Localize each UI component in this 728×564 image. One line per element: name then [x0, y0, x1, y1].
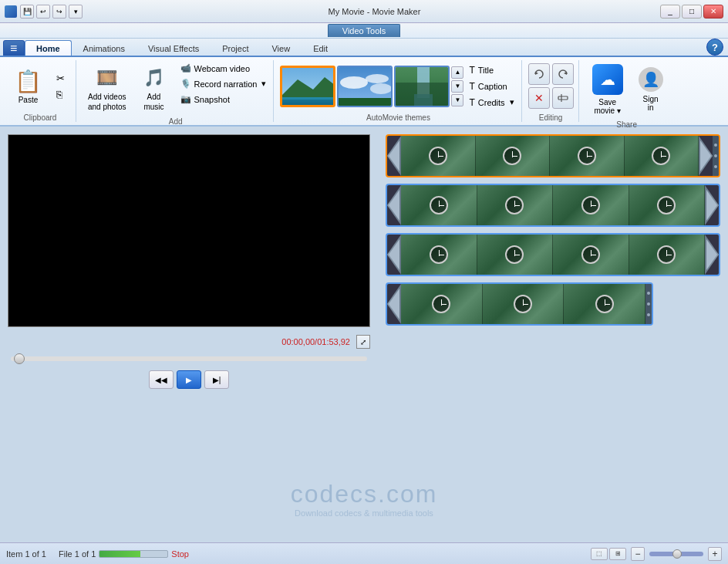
credits-dropdown[interactable]: ▾: [510, 97, 514, 107]
theme-scroll-up[interactable]: ▲: [451, 66, 463, 79]
zoom-out-button[interactable]: −: [631, 547, 645, 561]
svg-marker-19: [389, 190, 399, 221]
svg-marker-20: [706, 190, 717, 221]
svg-rect-15: [558, 96, 568, 100]
strip-frames-3: [401, 235, 705, 275]
tab-visual-effects[interactable]: Visual Effects: [136, 40, 211, 56]
mic-icon: 🎙️: [180, 79, 191, 89]
sign-in-label: Signin: [643, 95, 659, 112]
zoom-thumb[interactable]: [672, 549, 682, 559]
strip-clock-2b: [505, 196, 524, 214]
zoom-in-button[interactable]: +: [708, 547, 722, 561]
minimize-btn[interactable]: _: [660, 5, 680, 19]
record-narration-dropdown[interactable]: ▾: [261, 79, 266, 89]
strip-frames-2: [401, 185, 705, 225]
progress-bar-fill: [99, 551, 140, 557]
seek-bar[interactable]: [11, 356, 367, 361]
strip-arrow-right-2: [705, 185, 719, 225]
theme-scroll-buttons: ▲ ▼ ▼: [451, 66, 463, 106]
add-group-content: 🎞️ Add videosand photos 🎵 Addmusic 📹 Web…: [83, 60, 268, 116]
snapshot-button[interactable]: 📷 Snapshot: [178, 93, 269, 106]
strip-frame-2a: [401, 185, 477, 225]
strip-frames-1: [401, 136, 699, 176]
item-count-status: Item 1 of 1: [6, 549, 46, 559]
share-group-content: ☁ Savemovie ▾ 👤 Signin: [585, 60, 669, 119]
rotate-right-button[interactable]: [552, 63, 574, 85]
strip-clock-2c: [581, 196, 600, 214]
tab-animations[interactable]: Animations: [72, 40, 136, 56]
ribbon-tab-home-menu[interactable]: ≡: [3, 40, 25, 56]
webcam-video-button[interactable]: 📹 Webcam video: [178, 62, 269, 75]
theme-item-3[interactable]: [394, 66, 450, 107]
text-overlay-buttons: T Title T Caption T Credits ▾: [467, 63, 516, 110]
save-qa-btn[interactable]: 💾: [20, 5, 34, 19]
redo-qa-btn[interactable]: ↪: [52, 5, 66, 19]
add-music-button[interactable]: 🎵 Addmusic: [135, 60, 174, 116]
caption-button[interactable]: T Caption: [467, 79, 516, 93]
zoom-slider[interactable]: [649, 552, 703, 556]
timeline-strip-1[interactable]: [386, 134, 720, 177]
dropdown-qa-btn[interactable]: ▾: [69, 5, 83, 19]
undo-qa-btn[interactable]: ↩: [36, 5, 50, 19]
tab-edit[interactable]: Edit: [302, 40, 339, 56]
theme-scroll-more[interactable]: ▼: [451, 94, 463, 106]
theme-3-preview: [396, 67, 450, 107]
timeline-strip-4[interactable]: [386, 282, 653, 326]
monitor-btn-2[interactable]: ⊞: [609, 548, 626, 560]
timeline-stack: [386, 134, 720, 326]
stop-button[interactable]: Stop: [171, 549, 189, 559]
record-narration-button[interactable]: 🎙️ Record narration ▾: [178, 77, 269, 90]
rotate-left-button[interactable]: [528, 63, 550, 85]
add-videos-label: Add videosand photos: [88, 92, 126, 112]
seek-bar-container: [8, 356, 370, 361]
expand-preview-button[interactable]: ⤢: [356, 335, 370, 349]
editing-group: ✕ Editing: [524, 60, 579, 122]
rotate-left-icon: [533, 68, 545, 80]
timeline-strip-2[interactable]: [386, 184, 720, 227]
credits-button[interactable]: T Credits ▾: [467, 96, 516, 110]
snapshot-icon: 📷: [180, 94, 191, 104]
video-preview[interactable]: [8, 134, 370, 327]
add-videos-button[interactable]: 🎞️ Add videosand photos: [83, 60, 132, 116]
cut-button[interactable]: ✂: [53, 71, 68, 86]
maximize-btn[interactable]: □: [682, 5, 702, 19]
rewind-button[interactable]: ◀◀: [149, 370, 174, 389]
strip-dots-4: [645, 284, 652, 324]
save-movie-button[interactable]: ☁ Savemovie ▾: [585, 60, 630, 119]
strip-frame-2d: [629, 185, 706, 225]
trim-button[interactable]: [552, 87, 574, 109]
forward-button[interactable]: ▶|: [204, 370, 229, 389]
theme-item-2[interactable]: [337, 66, 393, 107]
theme-item-1[interactable]: [280, 66, 335, 107]
add-group: 🎞️ Add videosand photos 🎵 Addmusic 📹 Web…: [78, 60, 274, 122]
strip-clock-1a: [429, 147, 447, 165]
tab-project[interactable]: Project: [211, 40, 260, 56]
remove-black-bars-button[interactable]: ✕: [528, 87, 550, 109]
clipboard-label: Clipboard: [24, 113, 57, 122]
sign-in-button[interactable]: 👤 Signin: [633, 63, 669, 116]
help-button[interactable]: ?: [706, 39, 723, 56]
tab-view[interactable]: View: [260, 40, 302, 56]
timeline-strip-3[interactable]: [386, 233, 720, 276]
play-button[interactable]: ▶: [177, 370, 201, 389]
title-button[interactable]: T Title: [467, 63, 516, 77]
automovie-group: ▲ ▼ ▼ T Title T Caption T Credits ▾: [275, 60, 521, 122]
strip-frame-4a: [401, 284, 483, 324]
tab-home[interactable]: Home: [25, 40, 72, 56]
strip-arrow-left-1: [387, 136, 401, 176]
copy-button[interactable]: ⎘: [53, 87, 68, 102]
strip-frame-3d: [629, 235, 706, 275]
video-tools-bar: Video Tools: [0, 23, 728, 39]
theme-scroll-down[interactable]: ▼: [451, 80, 463, 93]
paste-button[interactable]: 📋 Paste: [9, 65, 47, 108]
svg-point-6: [366, 74, 389, 83]
strip-dot: [647, 313, 650, 316]
record-narration-label: Record narration: [194, 79, 258, 89]
seek-thumb[interactable]: [14, 353, 25, 364]
right-panel: [378, 127, 728, 542]
strip-clock-1c: [578, 147, 596, 165]
monitor-buttons: ⬚ ⊞: [591, 548, 626, 560]
save-movie-label: Savemovie ▾: [594, 98, 620, 115]
close-btn[interactable]: ✕: [703, 5, 723, 19]
monitor-btn-1[interactable]: ⬚: [591, 548, 608, 560]
